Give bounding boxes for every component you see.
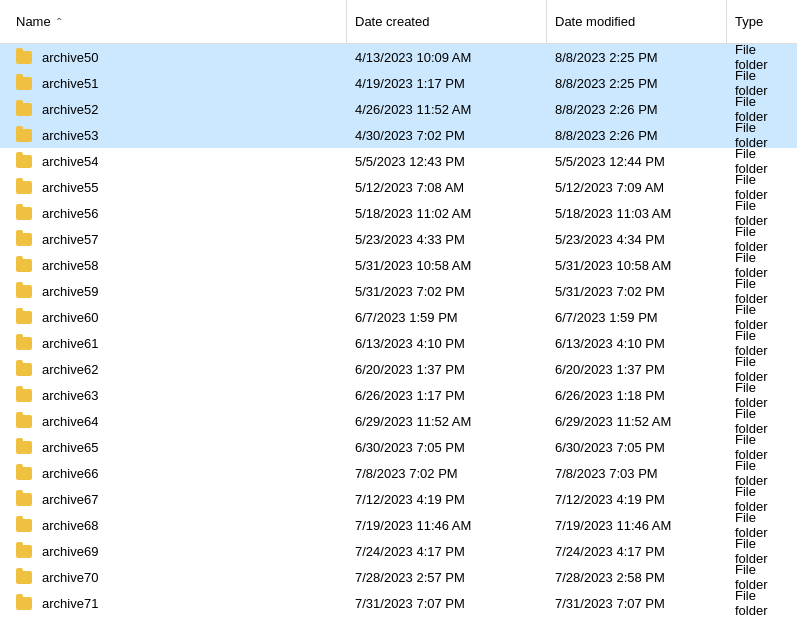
table-row[interactable]: archive595/31/2023 7:02 PM5/31/2023 7:02…: [0, 278, 797, 304]
folder-icon: [16, 337, 32, 350]
file-name-cell: archive61: [0, 330, 347, 356]
file-name-cell: archive52: [0, 96, 347, 122]
table-row[interactable]: archive697/24/2023 4:17 PM7/24/2023 4:17…: [0, 538, 797, 564]
table-row[interactable]: archive687/19/2023 11:46 AM7/19/2023 11:…: [0, 512, 797, 538]
table-row[interactable]: archive545/5/2023 12:43 PM5/5/2023 12:44…: [0, 148, 797, 174]
date-modified-cell: 6/13/2023 4:10 PM: [547, 330, 727, 356]
type-cell: File folder: [727, 330, 797, 356]
folder-icon: [16, 545, 32, 558]
table-row[interactable]: archive636/26/2023 1:17 PM6/26/2023 1:18…: [0, 382, 797, 408]
table-row[interactable]: archive707/28/2023 2:57 PM7/28/2023 2:58…: [0, 564, 797, 590]
file-name-cell: archive68: [0, 512, 347, 538]
date-created-cell: 6/20/2023 1:37 PM: [347, 356, 547, 382]
type-cell: File folder: [727, 512, 797, 538]
date-modified-cell: 5/12/2023 7:09 AM: [547, 174, 727, 200]
file-name-cell: archive67: [0, 486, 347, 512]
col-date-created-header[interactable]: Date created: [347, 0, 547, 43]
file-list[interactable]: archive504/13/2023 10:09 AM8/8/2023 2:25…: [0, 44, 797, 622]
file-name-cell: archive62: [0, 356, 347, 382]
folder-icon: [16, 389, 32, 402]
date-modified-cell: 7/19/2023 11:46 AM: [547, 512, 727, 538]
date-modified-cell: 6/29/2023 11:52 AM: [547, 408, 727, 434]
date-created-cell: 6/26/2023 1:17 PM: [347, 382, 547, 408]
date-created-cell: 7/8/2023 7:02 PM: [347, 460, 547, 486]
folder-icon: [16, 519, 32, 532]
folder-icon: [16, 207, 32, 220]
file-name-cell: archive69: [0, 538, 347, 564]
file-name-cell: archive50: [0, 44, 347, 70]
folder-icon: [16, 51, 32, 64]
file-name-cell: archive66: [0, 460, 347, 486]
table-row[interactable]: archive514/19/2023 1:17 PM8/8/2023 2:25 …: [0, 70, 797, 96]
type-cell: File folder: [727, 486, 797, 512]
table-row[interactable]: archive606/7/2023 1:59 PM6/7/2023 1:59 P…: [0, 304, 797, 330]
file-name-cell: archive57: [0, 226, 347, 252]
date-created-cell: 6/7/2023 1:59 PM: [347, 304, 547, 330]
type-cell: File folder: [727, 538, 797, 564]
folder-icon: [16, 259, 32, 272]
sort-arrow-icon: ⌃: [55, 16, 63, 27]
file-name: archive66: [42, 466, 98, 481]
table-row[interactable]: archive656/30/2023 7:05 PM6/30/2023 7:05…: [0, 434, 797, 460]
table-row[interactable]: archive677/12/2023 4:19 PM7/12/2023 4:19…: [0, 486, 797, 512]
file-name: archive55: [42, 180, 98, 195]
date-created-cell: 4/30/2023 7:02 PM: [347, 122, 547, 148]
table-row[interactable]: archive504/13/2023 10:09 AM8/8/2023 2:25…: [0, 44, 797, 70]
date-created-cell: 7/12/2023 4:19 PM: [347, 486, 547, 512]
date-created-cell: 5/5/2023 12:43 PM: [347, 148, 547, 174]
table-row[interactable]: archive555/12/2023 7:08 AM5/12/2023 7:09…: [0, 174, 797, 200]
file-name-cell: archive71: [0, 590, 347, 616]
file-name: archive65: [42, 440, 98, 455]
type-cell: File folder: [727, 148, 797, 174]
file-name-cell: archive60: [0, 304, 347, 330]
col-date-modified-header[interactable]: Date modified: [547, 0, 727, 43]
folder-icon: [16, 441, 32, 454]
type-cell: File folder: [727, 460, 797, 486]
type-cell: File folder: [727, 70, 797, 96]
table-row[interactable]: archive575/23/2023 4:33 PM5/23/2023 4:34…: [0, 226, 797, 252]
file-name: archive56: [42, 206, 98, 221]
folder-icon: [16, 285, 32, 298]
col-date-modified-label: Date modified: [555, 14, 635, 29]
date-modified-cell: 7/12/2023 4:19 PM: [547, 486, 727, 512]
table-row[interactable]: archive616/13/2023 4:10 PM6/13/2023 4:10…: [0, 330, 797, 356]
type-cell: File folder: [727, 122, 797, 148]
table-row[interactable]: archive585/31/2023 10:58 AM5/31/2023 10:…: [0, 252, 797, 278]
file-name: archive58: [42, 258, 98, 273]
type-cell: File folder: [727, 434, 797, 460]
folder-icon: [16, 597, 32, 610]
folder-icon: [16, 77, 32, 90]
folder-icon: [16, 233, 32, 246]
table-row[interactable]: archive667/8/2023 7:02 PM7/8/2023 7:03 P…: [0, 460, 797, 486]
date-modified-cell: 7/31/2023 7:07 PM: [547, 590, 727, 616]
table-row[interactable]: archive626/20/2023 1:37 PM6/20/2023 1:37…: [0, 356, 797, 382]
file-name: archive52: [42, 102, 98, 117]
file-name: archive62: [42, 362, 98, 377]
date-modified-cell: 7/8/2023 7:03 PM: [547, 460, 727, 486]
type-cell: File folder: [727, 278, 797, 304]
table-row[interactable]: archive717/31/2023 7:07 PM7/31/2023 7:07…: [0, 590, 797, 616]
table-row[interactable]: archive646/29/2023 11:52 AM6/29/2023 11:…: [0, 408, 797, 434]
type-cell: File folder: [727, 408, 797, 434]
table-row[interactable]: archive534/30/2023 7:02 PM8/8/2023 2:26 …: [0, 122, 797, 148]
folder-icon: [16, 181, 32, 194]
table-row[interactable]: archive524/26/2023 11:52 AM8/8/2023 2:26…: [0, 96, 797, 122]
date-created-cell: 5/23/2023 4:33 PM: [347, 226, 547, 252]
date-created-cell: 5/31/2023 10:58 AM: [347, 252, 547, 278]
date-modified-cell: 6/26/2023 1:18 PM: [547, 382, 727, 408]
file-name-cell: archive51: [0, 70, 347, 96]
file-name-cell: archive53: [0, 122, 347, 148]
table-row[interactable]: archive565/18/2023 11:02 AM5/18/2023 11:…: [0, 200, 797, 226]
file-name: archive51: [42, 76, 98, 91]
date-created-cell: 4/13/2023 10:09 AM: [347, 44, 547, 70]
date-modified-cell: 7/24/2023 4:17 PM: [547, 538, 727, 564]
col-name-header[interactable]: Name ⌃: [0, 0, 347, 43]
date-modified-cell: 5/18/2023 11:03 AM: [547, 200, 727, 226]
col-type-header[interactable]: Type: [727, 0, 797, 43]
type-cell: File folder: [727, 200, 797, 226]
date-modified-cell: 5/5/2023 12:44 PM: [547, 148, 727, 174]
date-modified-cell: 8/8/2023 2:25 PM: [547, 44, 727, 70]
file-name: archive59: [42, 284, 98, 299]
file-name: archive63: [42, 388, 98, 403]
col-name-label: Name: [16, 14, 51, 29]
